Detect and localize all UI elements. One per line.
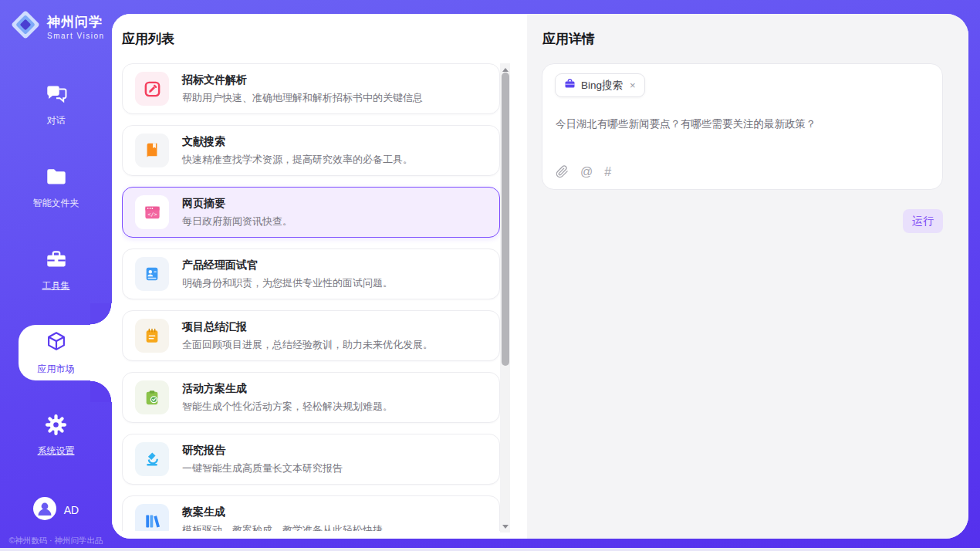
edit-square-icon [135,72,169,106]
toolbox-icon [45,248,68,274]
bottom-edge-strip [0,548,980,551]
app-card-description: 模板驱动，教案秒成，教学准备从此轻松快捷 [182,523,383,532]
app-window: 神州问学 Smart Vision 对话 智能文件夹 工具集 应用市场 系统设置 [0,0,980,551]
app-card[interactable]: 项目总结汇报 全面回顾项目进展，总结经验教训，助力未来优化发展。 [122,310,500,361]
app-detail-panel: 应用详情 Bing搜索 × 今日湖北有哪些新闻要点？有哪些需要关注的最新政策？ [527,14,968,539]
main-content: 应用列表 招标文件解析 帮助用户快速、准确地理解和解析招标书中的关键信息 文献搜… [112,14,968,539]
notepad-icon [135,319,169,353]
cube-icon [44,330,69,357]
briefcase-icon [564,78,576,93]
svg-text:</>: </> [147,211,157,218]
sidebar-item-label: 工具集 [42,279,70,292]
sidebar: 神州问学 Smart Vision 对话 智能文件夹 工具集 应用市场 系统设置 [0,0,112,551]
browser-code-icon: </> [135,195,169,229]
app-list-viewport: 招标文件解析 帮助用户快速、准确地理解和解析招标书中的关键信息 文献搜索 快速精… [122,63,500,531]
avatar [33,497,56,523]
resume-icon [135,257,169,291]
books-icon [135,504,169,531]
app-card-description: 明确身份和职责，为您提供专业性的面试问题。 [182,276,393,290]
sidebar-item-label: 智能文件夹 [33,197,79,210]
app-card-description: 每日政府新闻资讯快查。 [182,215,292,228]
sidebar-item-对话[interactable]: 对话 [0,77,112,133]
bubble-corner-top [90,303,112,325]
brand-subtitle: Smart Vision [47,32,105,40]
tool-tag-bing-search[interactable]: Bing搜索 × [555,73,645,97]
sidebar-item-label: 对话 [47,114,66,127]
app-card-title: 产品经理面试官 [182,259,393,272]
sidebar-nav: 对话 智能文件夹 工具集 应用市场 系统设置 [0,77,112,490]
user-account[interactable]: AD [0,497,112,523]
prompt-editor-card[interactable]: Bing搜索 × 今日湖北有哪些新闻要点？有哪些需要关注的最新政策？ @ # [542,63,943,190]
user-initials: AD [64,504,79,516]
app-card[interactable]: 文献搜索 快速精准查找学术资源，提高研究效率的必备工具。 [122,125,500,176]
gear-icon [45,414,67,439]
app-card-title: 教案生成 [182,505,383,519]
mention-icon[interactable]: @ [580,166,593,178]
app-card-title: 网页摘要 [182,197,292,211]
paperclip-icon[interactable] [556,165,569,178]
book-icon [135,134,169,167]
folder-icon [45,165,68,191]
scroll-down-arrow-icon[interactable] [500,522,510,531]
microscope-icon [135,442,169,476]
app-card[interactable]: </> 网页摘要 每日政府新闻资讯快查。 [122,187,500,238]
app-detail-title: 应用详情 [542,30,595,48]
run-button[interactable]: 运行 [903,209,943,233]
sidebar-item-智能文件夹[interactable]: 智能文件夹 [0,160,112,215]
sidebar-item-系统设置[interactable]: 系统设置 [0,407,112,463]
app-card-title: 招标文件解析 [182,73,423,87]
sidebar-item-label: 应用市场 [38,363,75,376]
app-card[interactable]: 活动方案生成 智能生成个性化活动方案，轻松解决规划难题。 [122,372,500,423]
app-list-scrollbar[interactable] [500,63,510,532]
hash-icon[interactable]: # [604,166,611,178]
app-card-title: 研究报告 [182,444,343,458]
app-card-title: 文献搜索 [182,135,413,149]
app-card-description: 智能生成个性化活动方案，轻松解决规划难题。 [182,400,393,414]
app-card-title: 项目总结汇报 [182,320,433,334]
app-list-title: 应用列表 [122,30,174,48]
sidebar-item-应用市场[interactable]: 应用市场 [0,325,112,380]
app-card[interactable]: 研究报告 一键智能生成高质量长文本研究报告 [122,434,500,485]
scrollbar-thumb[interactable] [502,73,509,366]
brand-logo: 神州问学 Smart Vision [9,8,105,44]
app-card-description: 全面回顾项目进展，总结经验教训，助力未来优化发展。 [182,338,433,352]
tool-tag-label: Bing搜索 [581,79,623,93]
bubble-corner-bottom [90,380,112,402]
tag-close-icon[interactable]: × [630,79,636,91]
app-card[interactable]: 教案生成 模板驱动，教案秒成，教学准备从此轻松快捷 [122,495,500,531]
sidebar-item-工具集[interactable]: 工具集 [0,242,112,298]
app-card[interactable]: 产品经理面试官 明确身份和职责，为您提供专业性的面试问题。 [122,248,500,299]
brand-name: 神州问学 [47,13,105,31]
app-card-description: 一键智能生成高质量长文本研究报告 [182,461,343,475]
app-list-panel: 应用列表 招标文件解析 帮助用户快速、准确地理解和解析招标书中的关键信息 文献搜… [112,14,527,539]
sidebar-item-label: 系统设置 [38,445,75,458]
copyright-footer: ©神州数码 · 神州问学出品 [0,536,112,546]
chat-icon [45,83,68,109]
app-card-title: 活动方案生成 [182,382,393,396]
app-card-description: 快速精准查找学术资源，提高研究效率的必备工具。 [182,153,413,167]
app-card[interactable]: 招标文件解析 帮助用户快速、准确地理解和解析招标书中的关键信息 [122,63,500,114]
editor-action-icons: @ # [556,165,611,178]
diamond-logo-icon [9,8,42,44]
query-text[interactable]: 今日湖北有哪些新闻要点？有哪些需要关注的最新政策？ [556,117,930,131]
app-card-description: 帮助用户快速、准确地理解和解析招标书中的关键信息 [182,91,423,105]
clipboard-check-icon [135,380,169,414]
